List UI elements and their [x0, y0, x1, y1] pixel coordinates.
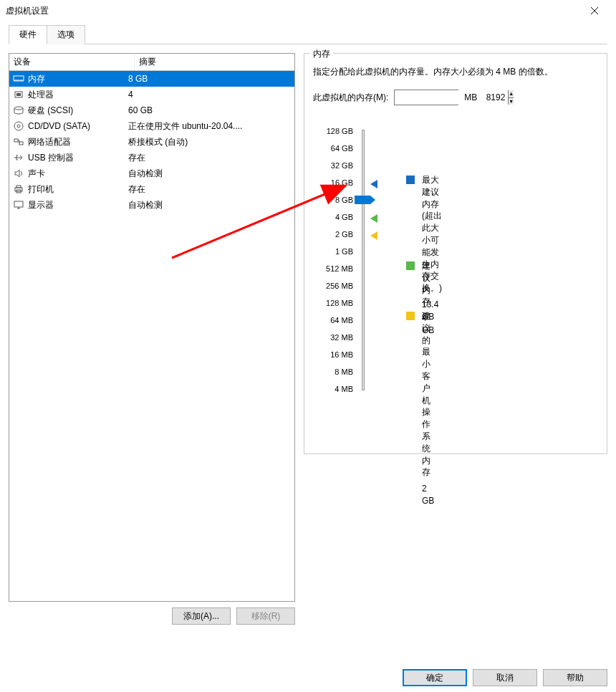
scale-label: 8 MB: [313, 363, 357, 380]
device-name: 内存: [28, 73, 45, 85]
help-button[interactable]: 帮助: [543, 669, 607, 686]
svg-point-5: [17, 125, 20, 128]
add-button[interactable]: 添加(A)...: [172, 607, 231, 625]
device-name: 打印机: [28, 183, 54, 196]
display-icon: [12, 199, 25, 211]
scale-label: 128 GB: [313, 122, 357, 140]
svg-rect-0: [14, 76, 24, 80]
close-button[interactable]: [579, 0, 610, 21]
device-name: CD/DVD (SATA): [28, 121, 90, 131]
window-title: 虚拟机设置: [6, 5, 49, 17]
legend-min-swatch: [406, 312, 415, 320]
memory-field-label: 此虚拟机的内存(M):: [313, 92, 388, 104]
scale-label: 128 MB: [313, 294, 357, 312]
usb-icon: [12, 152, 25, 163]
memory-description: 指定分配给此虚拟机的内存量。内存大小必须为 4 MB 的倍数。: [313, 65, 598, 78]
device-summary: 8 GB: [127, 74, 292, 84]
memory-icon: [12, 73, 25, 85]
device-name: 显示器: [28, 199, 54, 211]
scale-label: 1 GB: [313, 243, 357, 260]
legend-min-value: 2 GB: [422, 483, 434, 507]
spinner-up[interactable]: ▲: [509, 90, 514, 98]
device-table: 设备 摘要 内存 8 GB 处理器 4 硬盘 (SCSI) 60 GB CD/D…: [9, 53, 295, 602]
scale-label: 4 MB: [313, 380, 357, 398]
memory-panel: 内存 指定分配给此虚拟机的内存量。内存大小必须为 4 MB 的倍数。 此虚拟机的…: [304, 53, 607, 454]
device-row-net[interactable]: 网络适配器 桥接模式 (自动): [9, 134, 294, 150]
memory-input[interactable]: [395, 90, 508, 105]
scale-label: 256 MB: [313, 277, 357, 294]
device-row-audio[interactable]: 声卡 自动检测: [9, 165, 294, 181]
device-summary: 存在: [127, 152, 292, 164]
marker-rec-icon: [370, 214, 377, 223]
slider-thumb[interactable]: [355, 196, 370, 204]
remove-button[interactable]: 移除(R): [236, 607, 295, 625]
disk-icon: [12, 105, 25, 116]
tab-hardware[interactable]: 硬件: [9, 25, 47, 44]
scale-label: 4 GB: [313, 208, 357, 226]
scale-label: 512 MB: [313, 260, 357, 277]
legend-rec-title: 建议内存: [422, 260, 434, 308]
device-name: USB 控制器: [28, 152, 74, 164]
device-row-memory[interactable]: 内存 8 GB: [9, 71, 294, 87]
device-row-usb[interactable]: USB 控制器 存在: [9, 150, 294, 165]
device-summary: 自动检测: [127, 168, 292, 180]
tab-bar: 硬件 选项: [9, 24, 607, 44]
device-summary: 自动检测: [127, 199, 292, 211]
legend-max-swatch: [406, 176, 415, 184]
memory-slider[interactable]: [357, 122, 370, 398]
device-row-printer[interactable]: 打印机 存在: [9, 181, 294, 197]
scale-label: 64 MB: [313, 312, 357, 329]
tab-options[interactable]: 选项: [47, 25, 85, 44]
cancel-button[interactable]: 取消: [473, 669, 537, 686]
svg-point-3: [14, 107, 23, 110]
marker-min-icon: [370, 231, 377, 240]
scale-label: 2 GB: [313, 226, 357, 243]
scale-label: 64 GB: [313, 140, 357, 157]
device-name: 网络适配器: [28, 136, 71, 148]
device-summary: 4: [127, 90, 292, 100]
device-name: 声卡: [28, 168, 45, 180]
device-summary: 桥接模式 (自动): [127, 136, 292, 148]
cpu-icon: [12, 89, 25, 100]
scale-label: 32 GB: [313, 157, 357, 174]
col-device-header[interactable]: 设备: [9, 54, 135, 70]
device-summary: 60 GB: [127, 105, 292, 115]
svg-rect-6: [14, 139, 18, 142]
device-summary: 存在: [127, 183, 292, 196]
device-summary: 正在使用文件 ubuntu-20.04....: [127, 120, 292, 133]
scale-label: 16 MB: [313, 346, 357, 363]
marker-max-icon: [370, 180, 377, 188]
device-name: 硬盘 (SCSI): [28, 105, 73, 117]
slider-scale: 128 GB 64 GB 32 GB 16 GB 8 GB 4 GB 2 GB …: [313, 122, 357, 398]
scale-label: 32 MB: [313, 329, 357, 346]
scale-label: 8 GB: [313, 191, 357, 208]
legend-max-title: 最大建议内存: [422, 174, 442, 210]
memory-unit: MB: [464, 92, 477, 102]
device-name: 处理器: [28, 89, 54, 101]
printer-icon: [12, 183, 25, 195]
svg-rect-7: [19, 142, 23, 145]
svg-rect-9: [16, 186, 21, 188]
device-row-cd[interactable]: CD/DVD (SATA) 正在使用文件 ubuntu-20.04....: [9, 118, 294, 134]
audio-icon: [12, 168, 25, 179]
legend-min-title: 建议的最小客户机操作系统内存: [422, 310, 434, 479]
col-summary-header[interactable]: 摘要: [135, 54, 294, 70]
device-row-display[interactable]: 显示器 自动检测: [9, 197, 294, 213]
device-row-disk[interactable]: 硬盘 (SCSI) 60 GB: [9, 102, 294, 118]
svg-rect-11: [14, 201, 23, 207]
scale-label: 16 GB: [313, 174, 357, 191]
panel-title: 内存: [310, 48, 333, 60]
svg-point-4: [14, 122, 23, 130]
cd-icon: [12, 120, 25, 132]
device-row-cpu[interactable]: 处理器 4: [9, 87, 294, 102]
svg-rect-2: [16, 93, 21, 96]
spinner-down[interactable]: ▼: [509, 98, 514, 105]
network-icon: [12, 136, 25, 148]
close-icon: [590, 6, 599, 15]
legend-rec-swatch: [406, 261, 415, 270]
ok-button[interactable]: 确定: [403, 669, 467, 686]
memory-spinner[interactable]: ▲ ▼: [394, 90, 458, 105]
